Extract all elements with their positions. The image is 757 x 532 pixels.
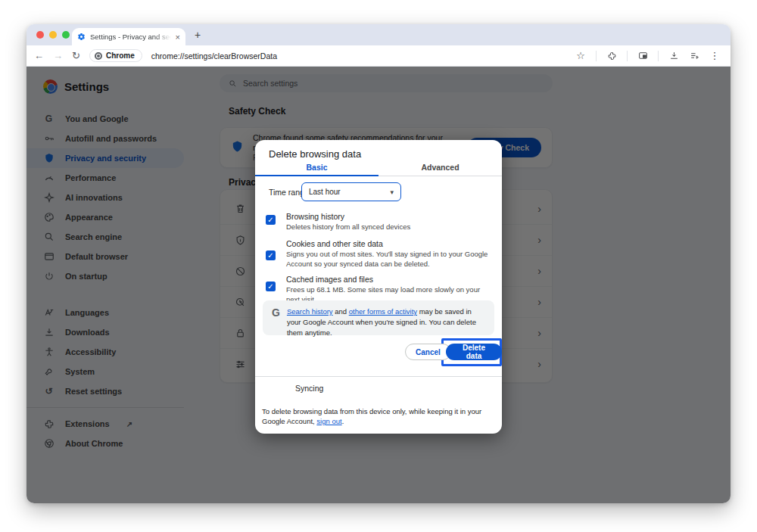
settings-gear-favicon-icon [77,33,86,41]
page-content: Settings G You and Google Autofill and p… [26,67,731,503]
syncing-label: Syncing [295,384,323,393]
tab-advanced[interactable]: Advanced [378,163,502,176]
reload-icon[interactable]: ↻ [72,50,80,61]
time-range-value: Last hour [309,188,341,196]
other-forms-of-activity-link[interactable]: other forms of activity [349,307,417,316]
sign-out-link[interactable]: sign out [316,417,341,425]
tab-basic[interactable]: Basic [255,163,378,176]
side-panel-icon[interactable] [637,51,648,61]
delete-data-button[interactable]: Delete data [446,344,502,360]
tab-close-icon[interactable]: × [176,33,180,42]
checkbox-row-browsing-history: ✓ Browsing history Deletes history from … [255,212,490,232]
browser-tab[interactable]: Settings - Privacy and securi × [72,28,185,45]
dialog-title: Delete browsing data [269,148,361,160]
minimize-window-button[interactable] [49,31,57,39]
downloads-icon[interactable] [668,51,679,61]
browser-window: Settings - Privacy and securi × + ← → ↻ … [26,24,731,503]
new-tab-button[interactable]: + [195,29,201,41]
menu-dots-icon[interactable]: ⋮ [709,51,720,61]
google-account-notice: G Search history and other forms of acti… [263,300,494,335]
checkbox-row-cookies: ✓ Cookies and other site data Signs you … [255,239,490,269]
chrome-logo-icon [95,52,102,60]
forward-icon[interactable]: → [53,50,63,61]
bookmark-star-icon[interactable]: ☆ [575,51,586,61]
google-g-icon: G [272,306,280,335]
tab-strip: Settings - Privacy and securi × + [26,24,731,45]
chrome-url-chip[interactable]: Chrome [89,49,142,62]
reading-list-icon[interactable] [689,51,699,61]
cancel-button[interactable]: Cancel [405,344,451,360]
chevron-down-icon: ▾ [390,188,394,196]
extensions-puzzle-icon[interactable] [606,51,617,61]
cookies-checkbox[interactable]: ✓ [266,250,276,260]
time-range-select[interactable]: Last hour ▾ [301,182,401,201]
dialog-footer-text: To delete browsing data from this device… [262,406,494,426]
browser-toolbar: ← → ↻ Chrome chrome://settings/clearBrow… [26,45,731,67]
back-icon[interactable]: ← [34,50,44,61]
chip-label: Chrome [106,51,135,60]
tab-title: Settings - Privacy and securi [90,33,171,41]
screenshot-stage: Settings - Privacy and securi × + ← → ↻ … [0,0,757,532]
delete-browsing-data-dialog: Delete browsing data Basic Advanced Time… [255,140,502,434]
traffic-lights [36,31,70,39]
search-history-link[interactable]: Search history [287,307,333,316]
dialog-divider [255,376,502,377]
browsing-history-checkbox[interactable]: ✓ [266,215,276,225]
maximize-window-button[interactable] [62,31,70,39]
close-window-button[interactable] [36,31,44,39]
toolbar-actions: ☆ ⋮ [575,51,720,61]
cached-images-checkbox[interactable]: ✓ [266,282,276,291]
dialog-tabs: Basic Advanced [255,163,502,176]
address-bar[interactable]: chrome://settings/clearBrowserData [151,51,566,61]
